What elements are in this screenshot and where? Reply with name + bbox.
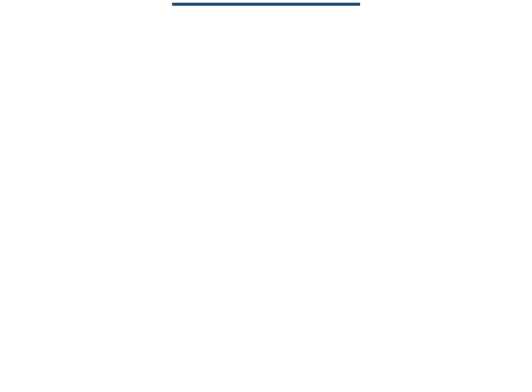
chart-title: Stages of a Customer's Journey bbox=[172, 3, 360, 6]
chart-wrapper: Stages of a Customer's Journey Discovery… bbox=[172, 3, 360, 6]
